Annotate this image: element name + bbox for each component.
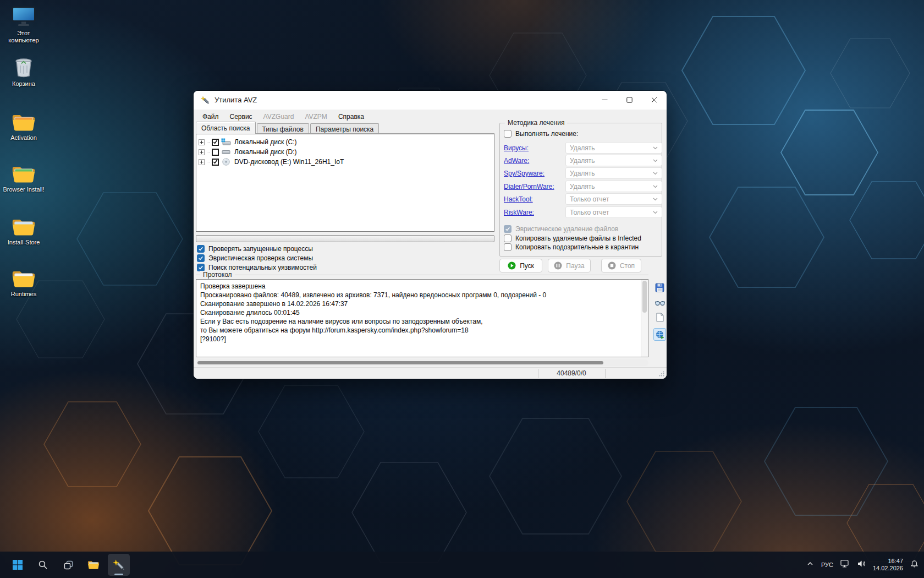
checkbox[interactable] xyxy=(504,130,512,138)
scrollbar-thumb[interactable] xyxy=(642,281,647,313)
scan-option-processes[interactable]: Проверять запущенные процессы xyxy=(197,244,317,253)
chevron-down-icon xyxy=(653,159,658,162)
desktop-icon-recycle-bin[interactable]: Корзина xyxy=(2,55,45,88)
taskbar-avz-button[interactable] xyxy=(108,554,130,576)
scan-option-heuristic[interactable]: Эвристическая проверка системы xyxy=(197,253,317,263)
tree-item-label[interactable]: Локальный диск (C:) xyxy=(233,138,297,146)
tab-search-area[interactable]: Область поиска xyxy=(196,122,256,134)
combo-adware-action[interactable]: Удалять xyxy=(565,155,662,166)
desktop-icon-runtimes[interactable]: Runtimes xyxy=(2,265,45,298)
tray-language[interactable]: РУС xyxy=(821,561,833,568)
search-icon xyxy=(38,560,48,570)
checkbox[interactable] xyxy=(504,235,512,242)
folder-icon xyxy=(2,214,45,237)
protocol-script-button[interactable] xyxy=(653,328,666,341)
expand-icon[interactable] xyxy=(199,139,205,145)
heuristic-delete-option[interactable]: Эвристическое удаление файлов xyxy=(504,225,618,233)
recycle-bin-icon xyxy=(2,55,45,78)
link-viruses[interactable]: Вирусы: xyxy=(504,144,529,152)
log-line: Если у Вас есть подозрение на наличие ви… xyxy=(200,317,637,326)
desktop-icon-activation[interactable]: Activation xyxy=(2,109,45,141)
stop-button[interactable]: Стоп xyxy=(601,259,641,272)
combo-hacktool-action[interactable]: Только отчет xyxy=(565,193,662,205)
tray-network-icon[interactable] xyxy=(840,560,850,570)
tray-volume-icon[interactable] xyxy=(857,560,866,570)
menu-avzpm[interactable]: AVZPM xyxy=(299,112,332,122)
checkbox[interactable] xyxy=(212,139,219,146)
combo-viruses-action[interactable]: Удалять xyxy=(565,142,662,154)
link-spy-spyware[interactable]: Spy/Spyware: xyxy=(504,170,544,177)
tab-file-types[interactable]: Типы файлов xyxy=(257,123,309,134)
expand-icon[interactable] xyxy=(199,159,205,165)
link-hacktool[interactable]: HackTool: xyxy=(504,195,533,203)
search-area-tree[interactable]: Локальный диск (C:) Локальный диск (D:) xyxy=(196,134,494,232)
task-view-icon xyxy=(63,560,74,570)
menu-help[interactable]: Справка xyxy=(333,112,370,122)
tree-item-label[interactable]: DVD-дисковод (E:) Win11_26H1_IoT xyxy=(233,158,344,166)
taskbar-task-view-button[interactable] xyxy=(57,554,79,576)
desktop: Этот компьютер Корзина Activation xyxy=(0,0,924,578)
cd-icon xyxy=(221,158,231,166)
title-bar[interactable]: Утилита AVZ xyxy=(194,91,667,110)
checkbox[interactable] xyxy=(212,159,219,166)
checkbox[interactable] xyxy=(197,245,205,253)
windows-logo-icon xyxy=(13,560,23,570)
chevron-down-icon xyxy=(653,185,658,188)
scrollbar-thumb[interactable] xyxy=(197,361,603,364)
tree-connector xyxy=(207,152,210,152)
tray-hidden-icons-button[interactable] xyxy=(806,560,814,570)
tree-connector xyxy=(207,142,210,143)
maximize-button[interactable] xyxy=(617,91,642,109)
link-riskware[interactable]: RiskWare: xyxy=(504,209,534,216)
menu-file[interactable]: Файл xyxy=(197,112,224,122)
tray-date: 14.02.2026 xyxy=(873,565,903,572)
minimize-button[interactable] xyxy=(592,91,617,109)
checkbox[interactable] xyxy=(197,264,205,271)
combo-dialer-action[interactable]: Удалять xyxy=(565,181,662,192)
pause-button[interactable]: Пауза xyxy=(548,259,591,272)
chevron-down-icon xyxy=(653,198,658,201)
desktop-icon-browser-install[interactable]: Browser Install! xyxy=(2,161,45,193)
combo-riskware-action[interactable]: Только отчет xyxy=(565,206,662,218)
desktop-icon-install-store[interactable]: Install-Store xyxy=(2,214,45,246)
expand-icon[interactable] xyxy=(199,149,205,155)
tray-notification-button[interactable] xyxy=(910,560,919,570)
close-button[interactable] xyxy=(642,91,667,109)
checkbox[interactable] xyxy=(197,254,205,262)
combo-value: Удалять xyxy=(570,144,595,152)
desktop-icon-label: Browser Install! xyxy=(2,186,45,193)
menu-service[interactable]: Сервис xyxy=(224,112,258,122)
tab-search-params[interactable]: Параметры поиска xyxy=(310,123,379,134)
perform-treatment-option[interactable]: Выполнять лечение: xyxy=(504,130,578,138)
desktop-icon-label: Этот компьютер xyxy=(2,30,45,44)
desktop-icon-this-pc[interactable]: Этот компьютер xyxy=(2,4,45,44)
protocol-view-button[interactable] xyxy=(653,296,666,309)
protocol-clear-button[interactable] xyxy=(653,311,666,324)
tree-item-dvd-e[interactable]: DVD-дисковод (E:) Win11_26H1_IoT xyxy=(199,157,492,167)
copy-suspicious-option[interactable]: Копировать подозрительные в карантин xyxy=(504,243,639,251)
taskbar-start-button[interactable] xyxy=(7,554,29,576)
link-dialer-pornware[interactable]: Dialer/PornWare: xyxy=(504,183,554,190)
resize-grip[interactable] xyxy=(659,371,664,377)
checkbox[interactable] xyxy=(504,243,512,251)
link-adware[interactable]: AdWare: xyxy=(504,157,529,165)
tree-item-drive-c[interactable]: Локальный диск (C:) xyxy=(199,137,492,147)
tray-clock[interactable]: 16:47 14.02.2026 xyxy=(873,558,903,572)
horizontal-scrollbar[interactable] xyxy=(196,359,648,366)
start-button[interactable]: Пуск xyxy=(499,259,542,272)
taskbar-explorer-button[interactable] xyxy=(82,554,105,576)
checkbox[interactable] xyxy=(504,225,512,233)
combo-value: Удалять xyxy=(570,157,595,165)
taskbar-search-button[interactable] xyxy=(32,554,54,576)
copy-deleted-option[interactable]: Копировать удаляемые файлы в Infected xyxy=(504,235,641,242)
treatment-row-viruses: Вирусы: Удалять xyxy=(504,142,662,154)
protocol-log[interactable]: Проверка завершена Просканировано файлов… xyxy=(196,279,648,357)
checkbox[interactable] xyxy=(212,149,219,156)
combo-spyware-action[interactable]: Удалять xyxy=(565,167,662,179)
tree-item-label[interactable]: Локальный диск (D:) xyxy=(233,148,297,156)
vertical-scrollbar[interactable] xyxy=(641,280,648,357)
window-title: Утилита AVZ xyxy=(215,96,257,104)
tree-item-drive-d[interactable]: Локальный диск (D:) xyxy=(199,147,492,157)
menu-avzguard[interactable]: AVZGuard xyxy=(258,112,300,122)
protocol-save-button[interactable] xyxy=(653,281,666,294)
